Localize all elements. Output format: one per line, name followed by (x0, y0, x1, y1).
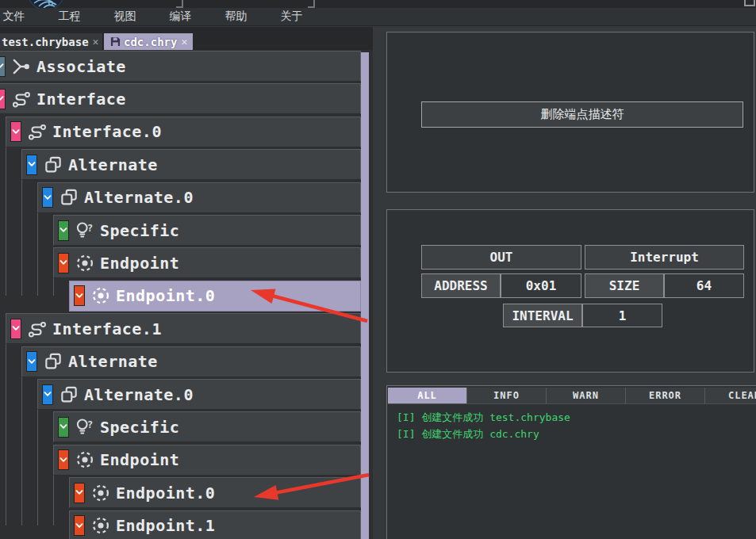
close-icon[interactable]: ✕ (181, 36, 187, 48)
save-icon (110, 36, 121, 47)
close-icon[interactable]: ✕ (93, 36, 99, 48)
endpoint-icon (90, 515, 111, 536)
log-tab-warn[interactable]: WARN (547, 388, 626, 403)
tree-row-label: Alternate.0 (84, 188, 194, 207)
expander-badge[interactable] (26, 351, 37, 372)
transfer-type-button[interactable]: Interrupt (585, 245, 744, 270)
alternate-icon (59, 384, 79, 405)
editor-tab-bar: test.chrybase✕cdc.chry✕ (0, 27, 373, 50)
tree-row-label: Specific (100, 221, 179, 240)
tree-row-Interface.1[interactable]: Interface.1 (6, 313, 361, 344)
tree-indent-guide (53, 476, 54, 526)
expander-badge[interactable] (74, 515, 85, 536)
tree-row-label: Interface.1 (52, 319, 162, 338)
expander-badge[interactable] (0, 56, 6, 77)
endpoint-properties-panel: OUT Interrupt ADDRESS 0x01 SIZE 64 INTER… (386, 209, 754, 373)
tree-row-Endpoint[interactable]: Endpoint (53, 445, 361, 476)
endpoint-icon (90, 483, 111, 503)
interface-icon (11, 89, 32, 109)
tree-row-Endpoint.0[interactable]: Endpoint.0 (69, 281, 361, 312)
interval-field[interactable]: 1 (582, 304, 662, 327)
tree-row-Specific[interactable]: ?Specific (53, 411, 361, 442)
tree-row-Alternate.0[interactable]: Alternate.0 (37, 182, 361, 213)
associate-icon (11, 56, 32, 77)
menu-item-2[interactable]: 视图 (113, 10, 136, 24)
tree-row-Interface.0[interactable]: Interface.0 (6, 117, 361, 147)
titlebar (0, 0, 756, 8)
tree-row-Interface[interactable]: Interface (0, 83, 361, 114)
interface-icon (27, 319, 48, 339)
expander-badge[interactable] (58, 220, 69, 241)
tree-row-Associate[interactable]: Associate (0, 51, 361, 82)
expander-badge[interactable] (58, 449, 69, 470)
expander-badge[interactable] (42, 384, 53, 405)
tree-row-Alternate.0[interactable]: Alternate.0 (37, 379, 361, 410)
expander-badge[interactable] (10, 319, 21, 339)
chevron-down-icon (0, 96, 4, 101)
expander-badge[interactable] (74, 285, 85, 306)
specific-icon: ? (75, 417, 95, 438)
tree-row-Alternate[interactable]: Alternate (21, 346, 361, 377)
expander-badge[interactable] (42, 187, 53, 208)
delete-endpoint-descriptor-button[interactable]: 删除端点描述符 (421, 101, 743, 128)
window-control-icon[interactable] (744, 0, 755, 6)
expander-badge[interactable] (58, 253, 69, 273)
specific-icon: ? (75, 220, 95, 241)
menu-item-5[interactable]: 关于 (280, 10, 303, 24)
chevron-down-icon (59, 227, 67, 233)
tree-row-Endpoint.0[interactable]: Endpoint.0 (69, 477, 361, 508)
tree-indent-guide (37, 410, 38, 526)
tree-row-label: Endpoint.0 (116, 484, 215, 503)
chevron-down-icon (28, 162, 36, 167)
chevron-down-icon (59, 457, 67, 463)
address-field[interactable]: 0x01 (501, 273, 581, 298)
size-field[interactable]: 64 (664, 273, 744, 298)
menu-bar: 文件工程视图编译帮助关于 (0, 8, 756, 26)
log-tab-info[interactable]: INFO (467, 388, 547, 403)
chevron-down-icon (59, 260, 67, 266)
tree-row-Alternate[interactable]: Alternate (21, 149, 361, 180)
menu-item-1[interactable]: 工程 (58, 10, 81, 24)
app-logo-icon (27, 0, 65, 8)
tree-row-label: Alternate (68, 352, 158, 371)
log-tab-error[interactable]: ERROR (626, 388, 705, 403)
expander-badge[interactable] (58, 417, 69, 438)
tree-scrollbar[interactable] (361, 52, 369, 539)
expander-badge[interactable] (0, 89, 6, 109)
log-entry: [I] 创建文件成功 test.chrybase (397, 409, 756, 426)
size-label: SIZE (585, 273, 664, 298)
tree-row-Endpoint[interactable]: Endpoint (53, 247, 361, 278)
interface-icon (27, 121, 48, 142)
tree-row-label: Interface (36, 90, 126, 109)
chevron-down-icon (75, 490, 83, 495)
tab-label: test.chrybase (2, 36, 89, 48)
chevron-down-icon (59, 424, 67, 430)
tree-indent-guide (21, 180, 22, 296)
expander-badge[interactable] (10, 121, 21, 142)
menu-item-3[interactable]: 编译 (169, 10, 192, 24)
actions-panel: 删除端点描述符 (386, 32, 754, 193)
chevron-down-icon (28, 359, 36, 365)
endpoint-icon (75, 449, 95, 470)
expander-badge[interactable] (26, 155, 37, 175)
chevron-down-icon (44, 195, 52, 201)
chevron-down-icon (75, 523, 83, 529)
alternate-icon (43, 155, 63, 175)
log-tab-clear[interactable]: CLEAR (705, 388, 756, 403)
expander-badge[interactable] (74, 483, 85, 503)
tree-row-label: Specific (100, 418, 179, 437)
tree-row-Endpoint.1[interactable]: Endpoint.1 (69, 510, 361, 539)
menu-item-0[interactable]: 文件 (2, 10, 25, 24)
tree-indent-guide (53, 278, 54, 296)
editor-tab-cdc.chry[interactable]: cdc.chry✕ (104, 33, 193, 50)
log-filter-tabs: ALLINFOWARNERRORCLEAR (388, 388, 756, 404)
log-tab-all[interactable]: ALL (388, 388, 467, 403)
direction-button[interactable]: OUT (421, 245, 581, 270)
menu-item-4[interactable]: 帮助 (224, 10, 248, 24)
svg-text:?: ? (87, 221, 94, 233)
editor-tab-test.chrybase[interactable]: test.chrybase✕ (0, 33, 103, 50)
tree-row-label: Associate (36, 57, 126, 76)
tree-row-label: Interface.0 (52, 122, 162, 141)
tree-row-Specific[interactable]: ?Specific (53, 215, 361, 246)
chevron-down-icon (44, 392, 52, 397)
